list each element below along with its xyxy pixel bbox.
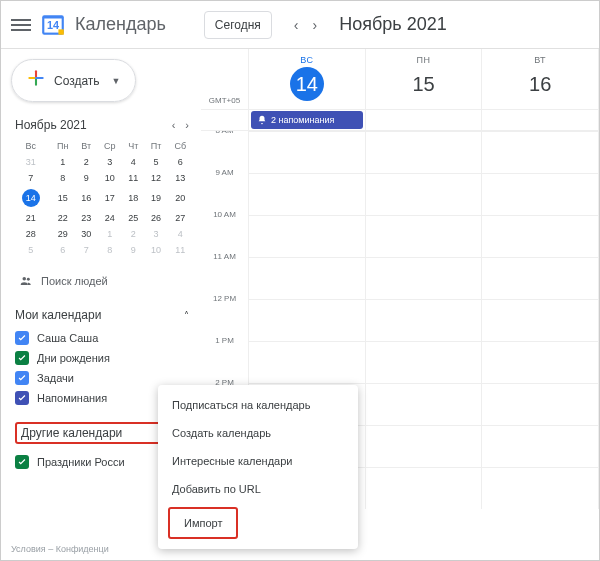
calendar-logo-icon: 14: [39, 11, 67, 39]
search-people-input[interactable]: Поиск людей: [11, 268, 193, 294]
mini-day[interactable]: 7: [75, 242, 97, 258]
mini-day[interactable]: 29: [50, 226, 75, 242]
mini-day[interactable]: 2: [75, 154, 97, 170]
time-slot[interactable]: [366, 383, 483, 425]
calendar-item[interactable]: Саша Саша: [11, 328, 193, 348]
hour-label: 10 AM: [213, 210, 236, 219]
next-period-button[interactable]: ›: [313, 17, 318, 33]
mini-day[interactable]: 25: [122, 210, 144, 226]
time-slot[interactable]: [366, 131, 483, 173]
time-slot[interactable]: [482, 257, 599, 299]
plus-icon: [26, 68, 46, 93]
mini-day[interactable]: 16: [75, 186, 97, 210]
today-button[interactable]: Сегодня: [204, 11, 272, 39]
mini-day[interactable]: 4: [122, 154, 144, 170]
mini-day[interactable]: 1: [97, 226, 122, 242]
mini-day[interactable]: 3: [97, 154, 122, 170]
time-slot[interactable]: [366, 299, 483, 341]
mini-day[interactable]: 6: [50, 242, 75, 258]
day-column-header[interactable]: ВТ16: [482, 49, 599, 109]
time-slot[interactable]: [482, 173, 599, 215]
time-slot[interactable]: [482, 341, 599, 383]
time-slot[interactable]: [366, 341, 483, 383]
time-slot[interactable]: [482, 299, 599, 341]
time-slot[interactable]: [366, 173, 483, 215]
menu-item-import[interactable]: Импорт: [168, 507, 238, 539]
mini-day[interactable]: 10: [97, 170, 122, 186]
time-slot[interactable]: [366, 467, 483, 509]
mini-day[interactable]: 5: [11, 242, 50, 258]
mini-day[interactable]: 15: [50, 186, 75, 210]
checkbox-icon[interactable]: [15, 351, 29, 365]
time-slot[interactable]: [482, 467, 599, 509]
checkbox-icon[interactable]: [15, 371, 29, 385]
mini-day[interactable]: 17: [97, 186, 122, 210]
time-slot[interactable]: [249, 299, 366, 341]
mini-day[interactable]: 9: [122, 242, 144, 258]
time-slot[interactable]: [366, 425, 483, 467]
mini-day[interactable]: 18: [122, 186, 144, 210]
mini-day[interactable]: 19: [144, 186, 167, 210]
menu-item[interactable]: Интересные календари: [158, 447, 358, 475]
time-slot[interactable]: [482, 131, 599, 173]
prev-period-button[interactable]: ‹: [294, 17, 299, 33]
calendar-item[interactable]: Дни рождения: [11, 348, 193, 368]
mini-day[interactable]: 8: [97, 242, 122, 258]
mini-day[interactable]: 20: [168, 186, 193, 210]
mini-next-button[interactable]: ›: [185, 119, 189, 131]
mini-day[interactable]: 4: [168, 226, 193, 242]
menu-item[interactable]: Создать календарь: [158, 419, 358, 447]
checkbox-icon[interactable]: [15, 391, 29, 405]
mini-day[interactable]: 24: [97, 210, 122, 226]
mini-calendar-title: Ноябрь 2021: [15, 118, 87, 132]
hour-label: 8 AM: [215, 131, 233, 135]
mini-day[interactable]: 2: [122, 226, 144, 242]
mini-day[interactable]: 31: [11, 154, 50, 170]
time-slot[interactable]: [249, 131, 366, 173]
mini-day[interactable]: 8: [50, 170, 75, 186]
hamburger-menu-icon[interactable]: [11, 19, 31, 31]
time-slot[interactable]: [366, 215, 483, 257]
day-column-header[interactable]: ВС14: [249, 49, 366, 109]
mini-day[interactable]: 11: [168, 242, 193, 258]
mini-day[interactable]: 26: [144, 210, 167, 226]
my-calendars-toggle[interactable]: Мои календари ˄: [11, 308, 193, 322]
time-slot[interactable]: [249, 173, 366, 215]
create-button[interactable]: Создать ▼: [11, 59, 136, 102]
mini-day[interactable]: 9: [75, 170, 97, 186]
allday-event[interactable]: 2 напоминания: [251, 111, 363, 129]
mini-day[interactable]: 21: [11, 210, 50, 226]
time-slot[interactable]: [482, 215, 599, 257]
mini-day[interactable]: 5: [144, 154, 167, 170]
mini-day[interactable]: 12: [144, 170, 167, 186]
menu-item[interactable]: Добавить по URL: [158, 475, 358, 503]
svg-point-5: [27, 278, 30, 281]
mini-day[interactable]: 1: [50, 154, 75, 170]
time-slot[interactable]: [249, 257, 366, 299]
time-slot[interactable]: [482, 425, 599, 467]
mini-day[interactable]: 10: [144, 242, 167, 258]
mini-day[interactable]: 7: [11, 170, 50, 186]
time-slot[interactable]: [482, 383, 599, 425]
mini-day[interactable]: 30: [75, 226, 97, 242]
mini-day[interactable]: 13: [168, 170, 193, 186]
menu-item[interactable]: Подписаться на календарь: [158, 391, 358, 419]
mini-day[interactable]: 27: [168, 210, 193, 226]
mini-day[interactable]: 11: [122, 170, 144, 186]
checkbox-icon[interactable]: [15, 331, 29, 345]
svg-point-4: [23, 277, 27, 281]
mini-day[interactable]: 22: [50, 210, 75, 226]
mini-day[interactable]: 23: [75, 210, 97, 226]
footer-links[interactable]: Условия – Конфиденци: [11, 544, 109, 554]
mini-day[interactable]: 28: [11, 226, 50, 242]
mini-day[interactable]: 14: [11, 186, 50, 210]
mini-calendar[interactable]: ВсПнВтСрЧтПтСб 3112345678910111213141516…: [11, 138, 193, 258]
mini-prev-button[interactable]: ‹: [172, 119, 176, 131]
time-slot[interactable]: [366, 257, 483, 299]
time-slot[interactable]: [249, 215, 366, 257]
mini-day[interactable]: 3: [144, 226, 167, 242]
mini-day[interactable]: 6: [168, 154, 193, 170]
time-slot[interactable]: [249, 341, 366, 383]
day-column-header[interactable]: ПН15: [366, 49, 483, 109]
checkbox-icon[interactable]: [15, 455, 29, 469]
